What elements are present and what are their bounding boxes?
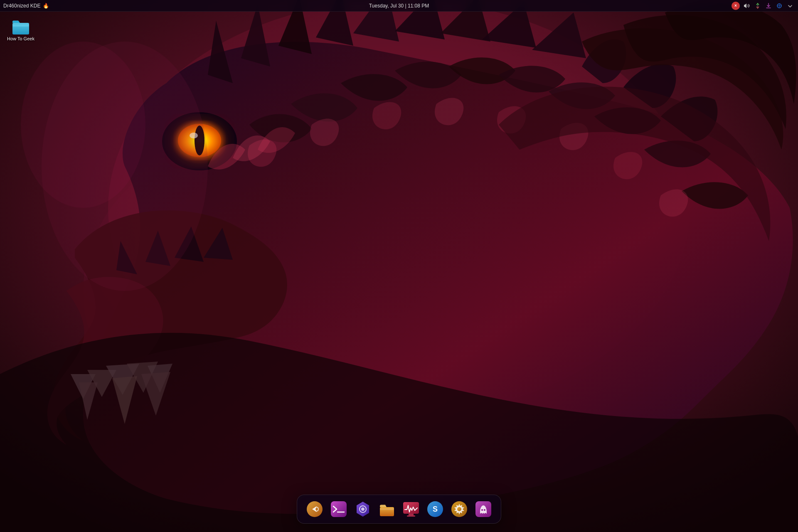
dock-item-terminal[interactable] (328, 498, 350, 520)
close-icon: × (734, 3, 737, 8)
panel-left: Dr460nized KDE 🔥 (0, 3, 49, 9)
panel-datetime: Tuesday, Jul 30 | 11:08 PM (369, 3, 429, 9)
update-icon[interactable] (765, 2, 772, 10)
garuda-icon (306, 500, 323, 518)
settings-icon (451, 500, 468, 518)
dock-item-skype[interactable]: S (424, 498, 446, 520)
close-button[interactable]: × (732, 2, 740, 10)
activity-icon (402, 500, 420, 518)
svg-rect-21 (380, 508, 394, 510)
panel-flame: 🔥 (43, 3, 49, 9)
svg-rect-24 (407, 515, 415, 517)
svg-point-11 (21, 42, 145, 208)
svg-point-19 (361, 507, 365, 511)
desktop-icon-label: How To Geek (7, 36, 34, 42)
dock-item-discover[interactable] (352, 498, 374, 520)
panel-right: × (732, 2, 798, 10)
files-icon (378, 500, 396, 518)
dock-item-activity[interactable] (400, 498, 422, 520)
network-icon[interactable] (754, 2, 761, 10)
panel-title: Dr460nized KDE (3, 3, 40, 9)
dock-item-garuda[interactable] (304, 498, 325, 520)
svg-point-30 (481, 509, 483, 511)
skype-icon: S (426, 500, 444, 518)
svg-rect-15 (331, 501, 347, 517)
svg-rect-13 (12, 25, 29, 27)
dock-item-settings[interactable] (448, 498, 470, 520)
svg-text:S: S (433, 505, 438, 513)
ghost-icon (475, 500, 492, 518)
svg-point-31 (484, 509, 485, 511)
desktop-icons: How To Geek (4, 15, 37, 43)
bottom-dock: S (297, 495, 501, 524)
folder-icon (11, 16, 31, 36)
kde-menu-icon[interactable] (776, 2, 783, 10)
desktop-icon-how-to-geek[interactable]: How To Geek (4, 15, 37, 43)
dock-item-files[interactable] (376, 498, 398, 520)
overflow-icon[interactable] (786, 2, 794, 10)
volume-icon[interactable] (743, 2, 751, 10)
dock-item-ghost[interactable] (473, 498, 494, 520)
terminal-icon (330, 500, 347, 518)
wallpaper-dragon (0, 0, 798, 532)
svg-rect-23 (409, 514, 414, 515)
top-panel: Dr460nized KDE 🔥 Tuesday, Jul 30 | 11:08… (0, 0, 798, 12)
svg-point-28 (457, 507, 461, 511)
discover-icon (354, 500, 372, 518)
